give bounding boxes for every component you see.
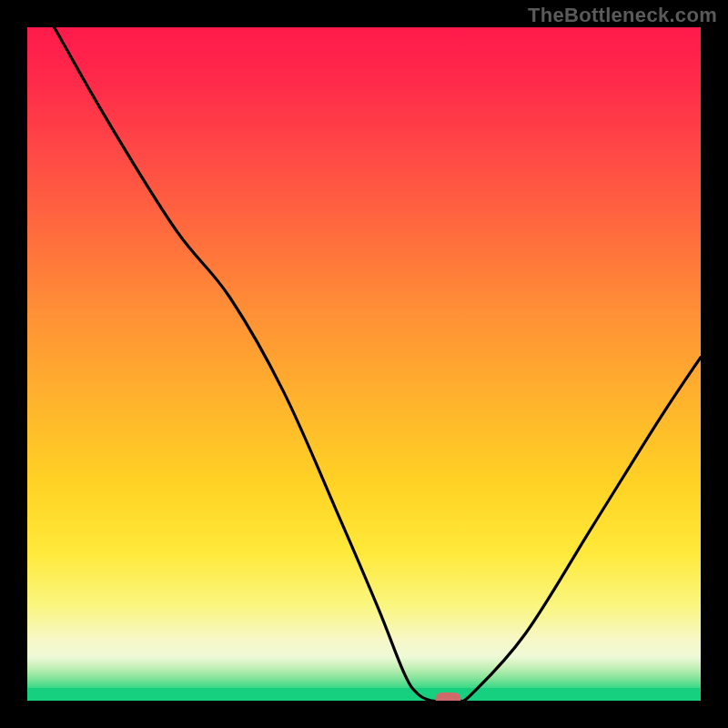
chart-stage: TheBottleneck.com [0, 0, 728, 728]
plot-area [27, 27, 701, 701]
bottleneck-curve [55, 27, 701, 701]
watermark-text: TheBottleneck.com [528, 4, 717, 27]
curve-overlay [27, 27, 701, 701]
optimum-marker [436, 693, 461, 701]
